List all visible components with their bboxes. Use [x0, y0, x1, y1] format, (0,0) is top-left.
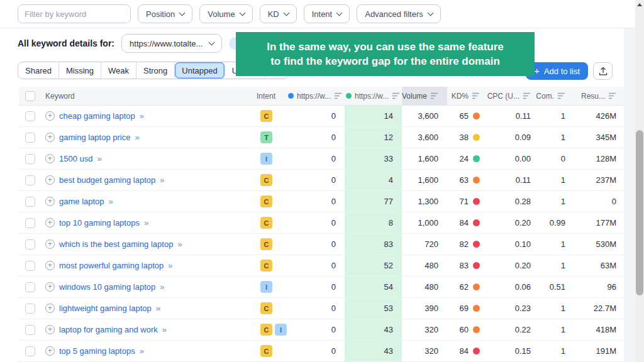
expand-icon[interactable]: +: [45, 197, 55, 206]
row-checkbox[interactable]: [25, 304, 35, 314]
row-checkbox[interactable]: [25, 261, 35, 271]
column-header-results[interactable]: Resu...: [574, 87, 624, 105]
column-header-intent[interactable]: Intent: [255, 87, 287, 105]
row-checkbox[interactable]: [25, 175, 35, 185]
site1-value-cell: 0: [287, 341, 345, 361]
expand-icon[interactable]: +: [45, 282, 55, 292]
volume-cell: 1,000: [402, 212, 447, 233]
keyword-link[interactable]: laptop for gaming and work: [59, 325, 158, 334]
open-serp-icon[interactable]: »: [160, 175, 164, 185]
expand-icon[interactable]: +: [45, 239, 55, 249]
site1-value-cell: 0: [287, 298, 345, 319]
keyword-link[interactable]: top 5 gaming laptops: [59, 346, 135, 356]
site2-value-cell: 8: [345, 212, 402, 233]
keyword-link[interactable]: game laptop: [59, 197, 104, 206]
sort-icon[interactable]: [472, 92, 480, 99]
open-serp-icon[interactable]: »: [135, 133, 138, 142]
export-button[interactable]: [593, 62, 613, 80]
tab-strong[interactable]: Strong: [136, 62, 175, 79]
keyword-cell: +game laptop»: [44, 191, 255, 212]
open-serp-icon[interactable]: »: [168, 261, 172, 270]
filter-dropdown-volume[interactable]: Volume: [199, 4, 252, 23]
tab-untapped[interactable]: Untapped: [175, 62, 225, 79]
row-checkbox[interactable]: [25, 133, 35, 143]
tab-shared[interactable]: Shared: [18, 62, 59, 79]
table-row: +which is the best gaming laptop»C083720…: [19, 234, 624, 255]
sort-icon[interactable]: [608, 92, 616, 99]
volume-cell: 320: [402, 341, 447, 361]
select-all-checkbox[interactable]: [25, 91, 35, 101]
column-header-kd[interactable]: KD%: [447, 87, 486, 105]
keyword-link[interactable]: which is the best gaming laptop: [59, 239, 173, 249]
tab-weak[interactable]: Weak: [101, 62, 136, 79]
column-label: https://w...: [297, 92, 331, 101]
keyword-link[interactable]: 1500 usd: [59, 154, 93, 163]
open-serp-icon[interactable]: »: [177, 239, 181, 249]
keyword-link[interactable]: gaming laptop price: [59, 133, 130, 142]
row-checkbox[interactable]: [25, 239, 35, 250]
keyword-link[interactable]: windows 10 gaming laptop: [59, 282, 155, 292]
column-header-site2[interactable]: https://w...: [345, 87, 402, 105]
expand-icon[interactable]: +: [45, 325, 55, 334]
sort-icon[interactable]: [430, 92, 438, 99]
kd-cell: 63: [447, 170, 486, 190]
tab-missing[interactable]: Missing: [59, 62, 101, 79]
column-header-volume[interactable]: Volume: [402, 87, 447, 105]
open-serp-icon[interactable]: »: [156, 304, 160, 313]
domain-select[interactable]: https://www.totalte...: [121, 34, 222, 53]
expand-icon[interactable]: +: [45, 111, 55, 121]
row-checkbox[interactable]: [25, 218, 35, 228]
expand-icon[interactable]: +: [45, 154, 55, 163]
row-checkbox[interactable]: [25, 346, 35, 356]
expand-icon[interactable]: +: [45, 346, 55, 356]
scrollbar-up-arrow-icon[interactable]: [637, 3, 642, 6]
filter-dropdown-advanced-filters[interactable]: Advanced filters: [357, 4, 441, 23]
add-to-list-button[interactable]: + Add to list: [526, 62, 588, 80]
scrollbar-thumb[interactable]: [636, 130, 643, 295]
row-checkbox[interactable]: [25, 325, 35, 335]
column-header-site1[interactable]: https://w...: [287, 87, 345, 105]
sort-icon[interactable]: [523, 92, 531, 99]
row-checkbox[interactable]: [25, 282, 35, 292]
column-header-keyword[interactable]: Keyword: [44, 87, 255, 105]
row-checkbox[interactable]: [25, 154, 35, 164]
kd-value: 38: [460, 133, 469, 142]
open-serp-icon[interactable]: »: [160, 282, 164, 292]
open-serp-icon[interactable]: »: [140, 346, 143, 356]
intent-cell: C: [255, 191, 287, 212]
sort-icon[interactable]: [334, 92, 342, 99]
vertical-scrollbar[interactable]: [635, 0, 644, 362]
filter-dropdown-kd[interactable]: KD: [260, 4, 297, 23]
keyword-filter-input[interactable]: [18, 5, 131, 23]
open-serp-icon[interactable]: »: [144, 218, 148, 228]
keyword-link[interactable]: most powerful gaming laptop: [59, 261, 164, 270]
row-checkbox[interactable]: [25, 111, 35, 121]
expand-icon[interactable]: +: [45, 261, 55, 270]
keyword-link[interactable]: lightweight gaming laptop: [59, 304, 152, 313]
keyword-link[interactable]: best budget gaming laptop: [59, 175, 155, 185]
kd-value: 84: [460, 346, 469, 356]
expand-icon[interactable]: +: [45, 133, 55, 142]
keyword-link[interactable]: cheap gaming laptop: [59, 111, 135, 121]
filter-dropdown-position[interactable]: Position: [138, 4, 192, 23]
open-serp-icon[interactable]: »: [140, 111, 143, 121]
expand-icon[interactable]: +: [45, 304, 55, 313]
sort-icon[interactable]: [392, 92, 400, 99]
kd-cell: 69: [447, 298, 486, 319]
intent-badge-c: C: [260, 174, 272, 186]
open-serp-icon[interactable]: »: [97, 154, 101, 163]
open-serp-icon[interactable]: »: [109, 197, 113, 206]
open-serp-icon[interactable]: »: [162, 325, 166, 334]
kd-difficulty-dot: [473, 112, 480, 119]
keyword-link[interactable]: top 10 gaming laptops: [59, 218, 140, 228]
column-header-cpc[interactable]: CPC (U...: [486, 87, 540, 105]
site2-value-cell: 54: [345, 277, 402, 297]
kd-value: 65: [460, 111, 469, 121]
expand-icon[interactable]: +: [45, 218, 55, 228]
row-checkbox[interactable]: [25, 197, 35, 207]
com-cell: 1: [540, 170, 574, 190]
expand-icon[interactable]: +: [45, 175, 55, 185]
sort-icon[interactable]: [557, 92, 565, 99]
column-header-com[interactable]: Com.: [540, 87, 574, 105]
filter-dropdown-intent[interactable]: Intent: [304, 4, 350, 23]
